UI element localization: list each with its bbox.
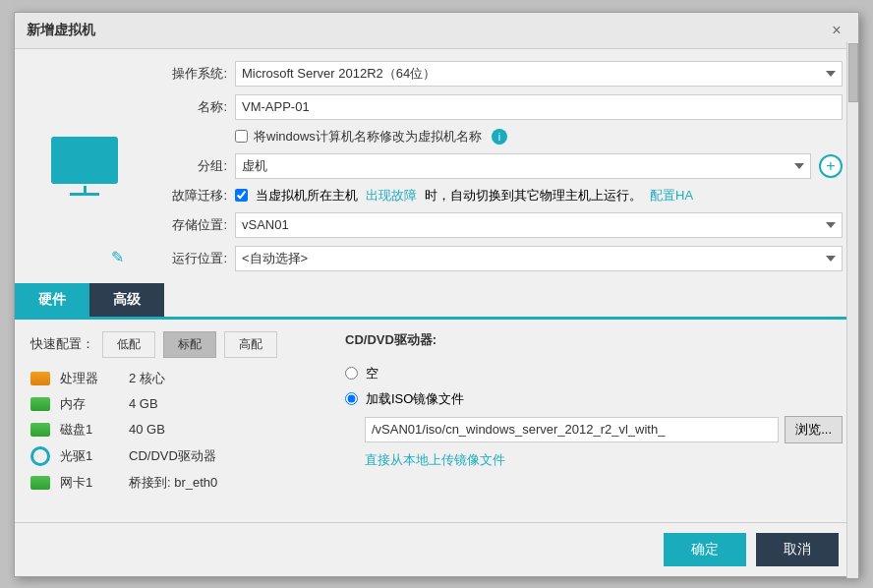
dvd-label: CD/DVD驱动器: [345, 331, 843, 349]
failover-checkbox[interactable] [235, 189, 248, 202]
optical-name: 光驱1 [60, 447, 119, 465]
name-row: 名称: [158, 94, 843, 120]
hw-item-cpu: 处理器 2 核心 [30, 370, 325, 387]
quick-config-label: 快速配置： [30, 335, 94, 353]
os-row: 操作系统: Microsoft Server 2012R2（64位） [158, 61, 843, 87]
failover-fault-link[interactable]: 出现故障 [366, 187, 417, 205]
scrollbar[interactable] [846, 42, 858, 578]
bottom-bar: 确定 取消 [15, 522, 858, 576]
dvd-iso-label: 加载ISO镜像文件 [366, 390, 464, 408]
nic-value: 桥接到: br_eth0 [129, 474, 217, 492]
cpu-value: 2 核心 [129, 370, 165, 387]
upload-link[interactable]: 直接从本地上传镜像文件 [365, 451, 843, 469]
vm-icon-area: ✎ [30, 61, 139, 271]
hw-item-nic: 网卡1 桥接到: br_eth0 [30, 474, 325, 492]
optical-icon [30, 446, 50, 466]
scrollbar-thumb[interactable] [848, 43, 858, 102]
mem-icon [30, 397, 50, 411]
nic-icon [30, 476, 50, 490]
monitor-base [70, 193, 99, 196]
config-btn-low[interactable]: 低配 [102, 331, 155, 358]
form-section: 操作系统: Microsoft Server 2012R2（64位） 名称: [158, 61, 843, 271]
rename-label: 将windows计算机名称修改为虚拟机名称 [254, 128, 482, 146]
dialog-container: 新增虚拟机 × ✎ 操作系统: [14, 12, 859, 577]
hardware-list: 处理器 2 核心 内存 4 GB 磁盘1 40 GB [30, 370, 325, 492]
dvd-iso-radio[interactable] [345, 392, 358, 405]
dialog-title: 新增虚拟机 [27, 22, 95, 39]
cpu-icon [30, 372, 50, 385]
nic-name: 网卡1 [60, 474, 119, 492]
quick-config-row: 快速配置： 低配 标配 高配 [30, 331, 325, 358]
dvd-empty-radio[interactable] [345, 367, 358, 380]
failover-text2: 时，自动切换到其它物理主机上运行。 [425, 187, 642, 205]
optical-value: CD/DVD驱动器 [129, 447, 216, 465]
name-control [235, 94, 843, 120]
tabs-bar: 硬件 高级 [15, 283, 858, 320]
run-label: 运行位置: [158, 250, 227, 267]
iso-input-row: 浏览... [365, 416, 843, 443]
storage-label: 存储位置: [158, 216, 227, 234]
mem-value: 4 GB [129, 396, 158, 411]
close-button[interactable]: × [827, 21, 846, 40]
browse-button[interactable]: 浏览... [785, 416, 843, 443]
group-label: 分组: [158, 157, 227, 175]
tab-advanced[interactable]: 高级 [89, 283, 164, 317]
failover-label: 故障迁移: [158, 187, 227, 205]
failover-content: 当虚拟机所在主机 出现故障 时，自动切换到其它物理主机上运行。 配置HA [235, 187, 693, 205]
run-select[interactable]: <自动选择> [235, 246, 843, 271]
failover-ha-link[interactable]: 配置HA [650, 187, 693, 205]
os-select[interactable]: Microsoft Server 2012R2（64位） [235, 61, 843, 87]
disk-name: 磁盘1 [60, 421, 119, 439]
rename-checkbox-row: 将windows计算机名称修改为虚拟机名称 i [235, 128, 843, 146]
failover-row: 故障迁移: 当虚拟机所在主机 出现故障 时，自动切换到其它物理主机上运行。 配置… [158, 187, 843, 205]
main-content: 快速配置： 低配 标配 高配 处理器 2 核心 内存 4 GB [15, 320, 858, 522]
name-input[interactable] [235, 94, 843, 120]
group-control: 虚机 + [235, 153, 843, 179]
iso-path-input[interactable] [365, 417, 779, 442]
cancel-button[interactable]: 取消 [756, 533, 839, 566]
dvd-radio-group: 空 加载ISO镜像文件 浏览... 直接从本地上传镜像文件 [345, 365, 843, 469]
config-btn-standard[interactable]: 标配 [163, 331, 216, 358]
tab-hardware[interactable]: 硬件 [15, 283, 89, 317]
top-section: ✎ 操作系统: Microsoft Server 2012R2（64位） 名称: [15, 49, 858, 283]
os-label: 操作系统: [158, 65, 227, 83]
mem-name: 内存 [60, 395, 119, 413]
group-select[interactable]: 虚机 [235, 153, 811, 179]
cpu-name: 处理器 [60, 370, 119, 387]
dvd-empty-row: 空 [345, 365, 843, 382]
info-icon[interactable]: i [492, 129, 507, 145]
hw-item-mem: 内存 4 GB [30, 395, 325, 413]
monitor-icon [45, 137, 124, 196]
failover-text1: 当虚拟机所在主机 [256, 187, 358, 205]
disk-icon [30, 423, 50, 437]
name-label: 名称: [158, 98, 227, 116]
run-row: 运行位置: <自动选择> [158, 246, 843, 271]
monitor-screen [51, 137, 118, 184]
group-row: 分组: 虚机 + [158, 153, 843, 179]
title-bar: 新增虚拟机 × [15, 13, 858, 49]
right-panel: CD/DVD驱动器: 空 加载ISO镜像文件 浏览... 直接从本地上传镜像文件 [345, 331, 843, 510]
edit-icon[interactable]: ✎ [111, 248, 124, 266]
run-control: <自动选择> [235, 246, 843, 271]
left-panel: 快速配置： 低配 标配 高配 处理器 2 核心 内存 4 GB [30, 331, 325, 510]
config-btn-high[interactable]: 高配 [224, 331, 277, 358]
storage-control: vSAN01 [235, 212, 843, 238]
rename-checkbox[interactable] [235, 130, 248, 143]
hw-item-optical: 光驱1 CD/DVD驱动器 [30, 446, 325, 466]
confirm-button[interactable]: 确定 [664, 533, 746, 566]
disk-value: 40 GB [129, 422, 165, 437]
hw-item-disk: 磁盘1 40 GB [30, 421, 325, 439]
os-control: Microsoft Server 2012R2（64位） [235, 61, 843, 87]
dvd-empty-label: 空 [366, 365, 378, 382]
storage-row: 存储位置: vSAN01 [158, 212, 843, 238]
dialog-content: ✎ 操作系统: Microsoft Server 2012R2（64位） 名称: [15, 49, 858, 576]
dvd-iso-row: 加载ISO镜像文件 [345, 390, 843, 408]
add-group-button[interactable]: + [819, 154, 843, 178]
storage-select[interactable]: vSAN01 [235, 212, 843, 238]
